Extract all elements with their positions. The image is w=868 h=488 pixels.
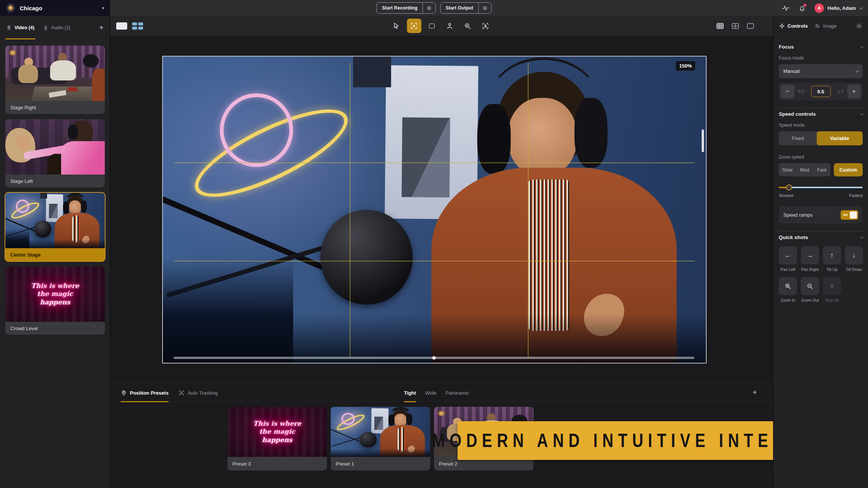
quick-shots-row-1: ← Pan Left → Pan Right ↑ Tilt Up ↓ Tilt … bbox=[779, 246, 863, 272]
start-output-button[interactable]: Start Output bbox=[440, 3, 478, 13]
pan-right-button[interactable]: → bbox=[801, 246, 819, 264]
grid-3x3-layout-button[interactable] bbox=[716, 22, 724, 30]
controls-panel: Controls Image Focus Focus mode Manual − bbox=[773, 16, 868, 488]
app-logo-icon bbox=[6, 3, 15, 13]
controls-panel-tabs: Controls Image bbox=[773, 16, 868, 36]
horizontal-scrollbar[interactable] bbox=[174, 357, 694, 359]
source-card-stage-left[interactable]: Stage Left bbox=[5, 119, 105, 187]
source-card-stage-right[interactable]: Stage Right bbox=[5, 46, 105, 114]
tab-auto-tracking[interactable]: Auto Tracking bbox=[178, 384, 218, 402]
tilt-up-button[interactable]: ↑ bbox=[823, 246, 841, 264]
zoom-tool-button[interactable] bbox=[460, 19, 475, 33]
zoom-speed-med[interactable]: Med bbox=[796, 163, 813, 176]
select-value: Manual bbox=[783, 68, 800, 74]
speed-section-header[interactable]: Speed controls bbox=[779, 111, 863, 117]
camera-preview[interactable]: 150% bbox=[162, 56, 707, 364]
user-menu[interactable]: A Hello, Adam bbox=[814, 3, 862, 13]
add-source-button[interactable]: + bbox=[99, 24, 104, 31]
pan-left-button[interactable]: ← bbox=[779, 246, 797, 264]
vertical-scrollbar[interactable] bbox=[702, 129, 704, 152]
neon-sign-text: This is wherethe magichappens bbox=[227, 407, 327, 457]
tab-video-sources[interactable]: Video (4) bbox=[6, 16, 35, 39]
speed-ramps-toggle[interactable]: On bbox=[841, 210, 858, 220]
zoom-speed-fast[interactable]: Fast bbox=[813, 163, 830, 176]
activity-icon[interactable] bbox=[782, 4, 790, 12]
preset-card-1[interactable]: Preset 1 bbox=[331, 407, 430, 471]
zoom-speed-slow[interactable]: Slow bbox=[779, 163, 796, 176]
arrow-left-icon: ← bbox=[784, 251, 792, 260]
zoom-out-button[interactable] bbox=[801, 277, 819, 295]
button-label: Pan Right bbox=[801, 267, 819, 272]
camera-tools bbox=[389, 16, 492, 36]
speed-mode-fixed[interactable]: Fixed bbox=[779, 131, 817, 145]
add-preset-button[interactable]: + bbox=[753, 388, 757, 396]
output-settings-button[interactable] bbox=[478, 3, 491, 13]
face-track-tool-button[interactable] bbox=[478, 19, 492, 33]
grid-2x2-layout-button[interactable] bbox=[731, 22, 740, 30]
tilt-down-control: ↓ Tilt Down bbox=[845, 246, 863, 272]
framing-wide[interactable]: Wide bbox=[425, 384, 437, 402]
single-layout-button[interactable] bbox=[746, 22, 755, 30]
source-card-center-stage[interactable]: Center Stage bbox=[5, 193, 105, 261]
framing-panoramic[interactable]: Panoramic bbox=[445, 384, 469, 402]
start-recording-button[interactable]: Start Recording bbox=[377, 3, 423, 13]
workspace-name: Chicago bbox=[20, 5, 42, 11]
divider bbox=[778, 108, 863, 108]
focus-current-value[interactable]: 0.5 bbox=[811, 86, 831, 97]
tab-label: Controls bbox=[788, 23, 808, 29]
webcam-icon bbox=[6, 25, 12, 31]
focus-decrement-button[interactable]: − bbox=[781, 85, 794, 98]
source-card-crowd-level[interactable]: This is wherethe magichappens Crowd Leve… bbox=[5, 266, 105, 335]
scroll-handle[interactable] bbox=[432, 356, 436, 360]
tab-label: Auto Tracking bbox=[188, 390, 218, 396]
button-label: Tilt Down bbox=[845, 267, 863, 272]
focus-mode-select[interactable]: Manual bbox=[779, 64, 863, 78]
tab-position-presets[interactable]: Position Presets bbox=[121, 384, 169, 402]
tab-label: Image bbox=[823, 23, 836, 29]
preset-label: Preset 3 bbox=[227, 457, 327, 471]
source-tabs: Video (4) Audio (2) + bbox=[0, 16, 110, 39]
guide-line-horizontal bbox=[174, 261, 695, 261]
focus-section-header[interactable]: Focus bbox=[779, 44, 863, 50]
slider-max-label: Fastest bbox=[849, 193, 863, 198]
framing-tabs: Tight Wide Panoramic bbox=[404, 384, 469, 402]
slider-handle[interactable] bbox=[786, 184, 792, 190]
tab-controls[interactable]: Controls bbox=[779, 23, 808, 29]
tab-image[interactable]: Image bbox=[814, 23, 836, 29]
workspace-switcher[interactable]: Chicago ▾ bbox=[0, 0, 110, 16]
zoom-speed-slider[interactable] bbox=[779, 184, 863, 190]
single-view-icon[interactable] bbox=[116, 22, 127, 30]
pointer-tool-button[interactable] bbox=[389, 19, 403, 33]
chevron-down-icon bbox=[860, 112, 864, 115]
gear-icon bbox=[426, 5, 432, 11]
sliders-icon bbox=[814, 23, 820, 29]
toggle-knob bbox=[850, 211, 857, 219]
notifications-button[interactable] bbox=[798, 4, 806, 12]
zoom-in-button[interactable] bbox=[779, 277, 797, 295]
button-label: Stop All bbox=[823, 298, 841, 302]
stop-all-button[interactable]: × bbox=[823, 277, 841, 295]
notification-dot bbox=[803, 4, 806, 7]
preset-thumbnail: This is wherethe magichappens bbox=[227, 407, 327, 457]
panel-settings-button[interactable] bbox=[856, 23, 862, 29]
framing-tight[interactable]: Tight bbox=[404, 384, 416, 402]
section-title: Speed controls bbox=[779, 111, 816, 117]
speed-mode-variable[interactable]: Variable bbox=[817, 131, 863, 145]
tilt-down-button[interactable]: ↓ bbox=[845, 246, 863, 264]
joystick-tool-button[interactable] bbox=[442, 19, 457, 33]
region-select-tool-button[interactable] bbox=[425, 19, 439, 33]
tab-audio-sources[interactable]: Audio (2) bbox=[43, 16, 71, 39]
multi-view-icon[interactable] bbox=[132, 22, 143, 30]
neon-sign-text: This is wherethe magichappens bbox=[5, 266, 105, 322]
preset-card-3[interactable]: This is wherethe magichappens Preset 3 bbox=[227, 407, 327, 471]
frame-zoom-tool-button[interactable] bbox=[407, 19, 421, 33]
focus-increment-button[interactable]: + bbox=[847, 85, 861, 98]
app-window: Chicago ▾ Start Recording Start Output A bbox=[0, 0, 868, 488]
zoom-speed-custom[interactable]: Custom bbox=[834, 163, 863, 176]
recording-settings-button[interactable] bbox=[423, 3, 435, 13]
start-output-split-button: Start Output bbox=[440, 2, 491, 14]
divider bbox=[778, 231, 863, 231]
live-video bbox=[163, 57, 706, 363]
source-thumbnail bbox=[5, 46, 105, 101]
quick-shots-section-header[interactable]: Quick shots bbox=[779, 235, 863, 240]
